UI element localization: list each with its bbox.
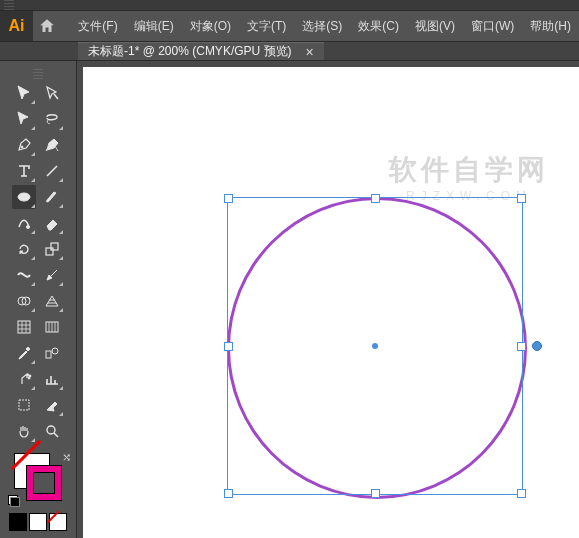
menu-bar: Ai 文件(F) 编辑(E) 对象(O) 文字(T) 选择(S) 效果(C) 视… [0, 11, 579, 42]
symbol-sprayer-tool[interactable] [12, 367, 36, 391]
mesh-tool[interactable] [12, 315, 36, 339]
svg-point-10 [52, 348, 58, 354]
scale-tool[interactable] [40, 237, 64, 261]
control-bar [0, 0, 579, 11]
lasso-tool[interactable] [40, 107, 64, 131]
handle-br[interactable] [517, 489, 526, 498]
direct-selection-tool[interactable] [40, 81, 64, 105]
menu-file[interactable]: 文件(F) [70, 11, 125, 41]
handle-mr[interactable] [517, 342, 526, 351]
svg-rect-3 [46, 248, 53, 255]
svg-point-1 [18, 193, 30, 201]
free-transform-tool[interactable] [40, 263, 64, 287]
home-button[interactable] [33, 11, 61, 41]
tool-panel: ⤭ [0, 61, 77, 538]
menu-edit[interactable]: 编辑(E) [126, 11, 182, 41]
svg-point-13 [29, 375, 31, 377]
gradient-tool[interactable] [40, 315, 64, 339]
stroke-swatch[interactable] [26, 465, 62, 501]
slice-tool[interactable] [40, 393, 64, 417]
menu-view[interactable]: 视图(V) [407, 11, 463, 41]
canvas-area[interactable]: 软件自学网 RJZXW.COM [77, 61, 579, 538]
zoom-tool[interactable] [40, 419, 64, 443]
width-tool[interactable] [12, 263, 36, 287]
document-tab-title: 未标题-1* @ 200% (CMYK/GPU 预览) [88, 43, 292, 60]
handle-tm[interactable] [371, 194, 380, 203]
svg-point-0 [21, 146, 23, 148]
ellipse-center-point[interactable] [372, 343, 378, 349]
magic-wand-tool[interactable] [12, 107, 36, 131]
svg-rect-9 [46, 351, 51, 358]
handle-tl[interactable] [224, 194, 233, 203]
document-tab[interactable]: 未标题-1* @ 200% (CMYK/GPU 预览) × [78, 42, 324, 60]
hand-tool[interactable] [12, 419, 36, 443]
tool-grid [12, 81, 64, 443]
ellipse-tool[interactable] [12, 185, 36, 209]
swap-fill-stroke-icon[interactable]: ⤭ [62, 451, 74, 463]
menu-object[interactable]: 对象(O) [182, 11, 239, 41]
handle-ml[interactable] [224, 342, 233, 351]
home-icon [38, 17, 56, 35]
handle-bl[interactable] [224, 489, 233, 498]
shaper-tool[interactable] [12, 211, 36, 235]
artboard-tool[interactable] [12, 393, 36, 417]
selection-tool[interactable] [12, 81, 36, 105]
app-logo[interactable]: Ai [0, 11, 33, 41]
default-fill-stroke-icon[interactable] [8, 495, 20, 507]
workspace: ⤭ 软件自学网 RJZXW.COM [0, 61, 579, 538]
blend-tool[interactable] [40, 341, 64, 365]
perspective-grid-tool[interactable] [40, 289, 64, 313]
panel-grip-icon[interactable] [33, 69, 43, 79]
svg-point-15 [47, 426, 55, 434]
eyedropper-tool[interactable] [12, 341, 36, 365]
rotate-tool[interactable] [12, 237, 36, 261]
shape-builder-tool[interactable] [12, 289, 36, 313]
fill-stroke-swatch[interactable]: ⤭ [14, 453, 62, 501]
svg-rect-7 [18, 321, 30, 333]
pen-tool[interactable] [12, 133, 36, 157]
eraser-tool[interactable] [40, 211, 64, 235]
svg-rect-4 [51, 243, 58, 250]
svg-rect-14 [19, 400, 29, 410]
color-mode-color[interactable] [9, 513, 27, 531]
grip-icon [4, 0, 14, 10]
line-segment-tool[interactable] [40, 159, 64, 183]
curvature-tool[interactable] [40, 133, 64, 157]
paintbrush-tool[interactable] [40, 185, 64, 209]
menu-effect[interactable]: 效果(C) [350, 11, 407, 41]
menu-select[interactable]: 选择(S) [294, 11, 350, 41]
menu-window[interactable]: 窗口(W) [463, 11, 522, 41]
svg-point-2 [27, 226, 30, 229]
handle-tr[interactable] [517, 194, 526, 203]
column-graph-tool[interactable] [40, 367, 64, 391]
type-tool[interactable] [12, 159, 36, 183]
menu-type[interactable]: 文字(T) [239, 11, 294, 41]
ellipse-widget-handle[interactable] [532, 341, 542, 351]
color-mode-row [9, 513, 67, 531]
color-mode-gradient[interactable] [29, 513, 47, 531]
app-root: Ai 文件(F) 编辑(E) 对象(O) 文字(T) 选择(S) 效果(C) 视… [0, 0, 579, 538]
handle-bm[interactable] [371, 489, 380, 498]
color-mode-none[interactable] [49, 513, 67, 531]
menu-items: 文件(F) 编辑(E) 对象(O) 文字(T) 选择(S) 效果(C) 视图(V… [70, 11, 579, 41]
tab-close-button[interactable]: × [306, 44, 314, 60]
document-tab-bar: 未标题-1* @ 200% (CMYK/GPU 预览) × [0, 42, 579, 61]
menu-help[interactable]: 帮助(H) [522, 11, 579, 41]
